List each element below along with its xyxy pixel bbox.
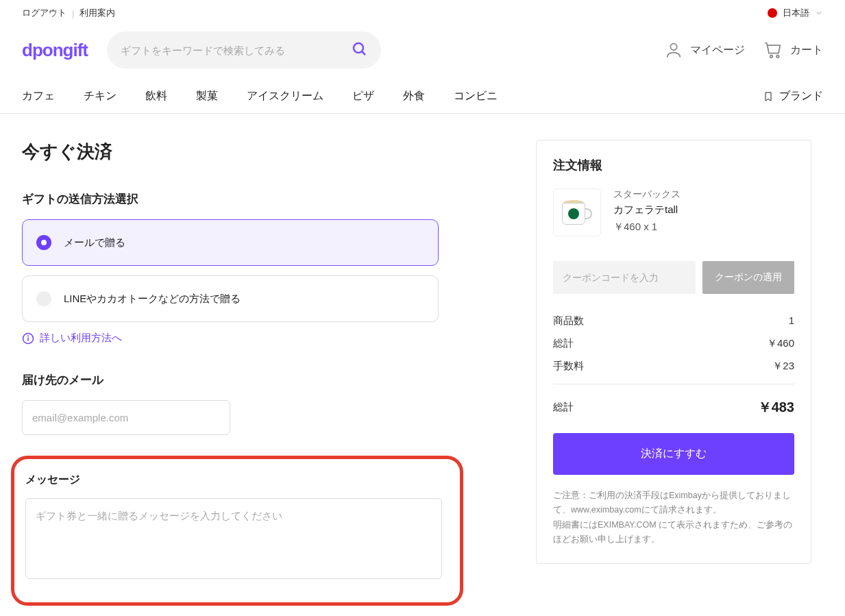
svg-point-7 (28, 335, 29, 336)
bookmark-icon (763, 91, 774, 102)
disclaimer-2: 明細書にはEXIMBAY.COM にて表示されますため、ご参考のほどお願い申し上… (553, 518, 794, 547)
nav-cafe[interactable]: カフェ (22, 89, 55, 103)
apply-coupon-button[interactable]: クーポンの適用 (702, 261, 794, 294)
send-email-label: メールで贈る (64, 236, 125, 249)
nav-drinks[interactable]: 飲料 (145, 89, 167, 103)
send-method-sns[interactable]: LINEやカカオトークなどの方法で贈る (22, 275, 439, 322)
info-icon (22, 332, 34, 345)
message-label: メッセージ (25, 473, 449, 487)
svg-point-2 (670, 44, 676, 50)
search-icon[interactable] (351, 40, 367, 60)
mypage-label: マイページ (690, 43, 745, 58)
message-textarea[interactable] (25, 498, 442, 579)
subtotal-value: ￥460 (767, 337, 794, 350)
logout-link[interactable]: ログアウト (22, 7, 66, 19)
chevron-down-icon (815, 9, 823, 17)
mypage-link[interactable]: マイページ (664, 40, 745, 60)
product-brand: スターバックス (613, 188, 681, 201)
message-highlight-box: メッセージ (11, 456, 463, 606)
help-label: 詳しい利用方法へ (40, 332, 122, 345)
nav-icecream[interactable]: アイスクリーム (247, 89, 323, 103)
svg-point-3 (770, 56, 773, 58)
language-label: 日本語 (783, 7, 809, 19)
order-title: 注文情報 (553, 157, 794, 173)
separator: | (72, 8, 74, 19)
product-unit-price: ￥460 x 1 (613, 221, 681, 234)
order-panel: 注文情報 スターバックス カフェラテtall ￥460 x 1 クーポンの適用 (536, 140, 811, 564)
disclaimer-1: ご注意：ご利用の決済手段はEximbayから提供しておりまして、www.exim… (553, 489, 794, 518)
send-method-label: ギフトの送信方法選択 (22, 191, 502, 207)
language-selector[interactable]: 日本語 (768, 7, 823, 19)
nav-dining[interactable]: 外食 (403, 89, 425, 103)
svg-point-4 (776, 56, 779, 58)
nav-pizza[interactable]: ピザ (352, 89, 374, 103)
fee-label: 手数料 (553, 360, 584, 373)
nav-convenience[interactable]: コンビニ (454, 89, 498, 103)
help-link[interactable]: 詳しい利用方法へ (22, 332, 502, 345)
page-title: 今すぐ決済 (22, 140, 502, 164)
divider (553, 384, 794, 384)
nav-confectionery[interactable]: 製菓 (196, 89, 218, 103)
subtotal-label: 総計 (553, 337, 574, 350)
cart-icon (764, 40, 783, 60)
email-field[interactable] (22, 400, 230, 435)
cart-label: カート (790, 43, 823, 58)
search-container (107, 32, 381, 69)
email-label: 届け先のメール (22, 372, 502, 388)
svg-point-0 (354, 43, 363, 53)
user-icon (664, 40, 683, 60)
send-method-email[interactable]: メールで贈る (22, 219, 439, 266)
japan-flag-icon (768, 8, 777, 18)
product-image (553, 188, 601, 236)
nav-chicken[interactable]: チキン (84, 89, 117, 103)
radio-selected-icon (36, 235, 51, 250)
cart-link[interactable]: カート (764, 40, 823, 60)
svg-line-1 (362, 51, 365, 55)
qty-value: 1 (789, 315, 794, 328)
guide-link[interactable]: 利用案内 (79, 7, 115, 19)
checkout-button[interactable]: 決済にすすむ (553, 433, 794, 475)
brand-label: ブランド (779, 89, 823, 103)
logo[interactable]: dpongift (22, 40, 88, 61)
search-input[interactable] (121, 45, 351, 56)
radio-unselected-icon (36, 291, 51, 306)
qty-label: 商品数 (553, 315, 584, 328)
send-sns-label: LINEやカカオトークなどの方法で贈る (64, 293, 241, 306)
total-label: 総計 (553, 401, 574, 414)
fee-value: ￥23 (772, 360, 794, 373)
total-value: ￥483 (758, 398, 794, 417)
product-name: カフェラテtall (613, 204, 681, 217)
brand-link[interactable]: ブランド (763, 89, 823, 103)
coupon-input[interactable] (553, 261, 696, 294)
